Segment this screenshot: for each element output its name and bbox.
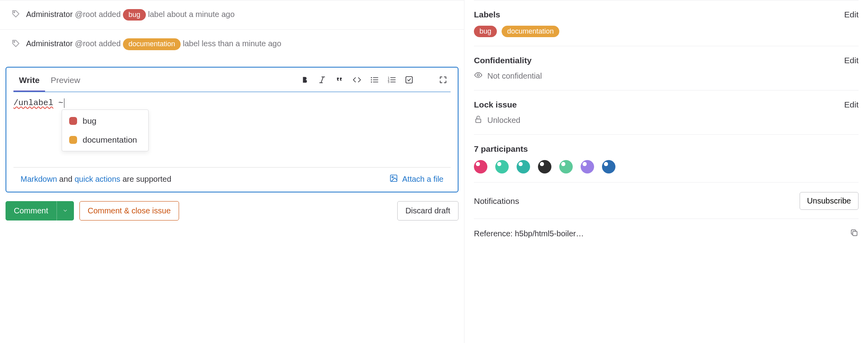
svg-point-7 [371, 81, 372, 83]
attach-file-link[interactable]: Attach a file [389, 174, 443, 185]
svg-point-6 [371, 79, 372, 81]
unsubscribe-button[interactable]: Unsubscribe [800, 192, 859, 210]
sidebar-confidentiality-block: Confidentiality Edit Not confidential [474, 46, 859, 90]
svg-point-1 [14, 41, 15, 42]
svg-point-19 [392, 176, 394, 178]
markdown-link[interactable]: Markdown [21, 175, 57, 183]
activity-verb: added [99, 39, 121, 48]
autocomplete-item-bug[interactable]: bug [62, 111, 148, 130]
editor-toolbar: 123 [300, 75, 451, 87]
participant-avatar[interactable] [581, 160, 594, 173]
typed-trigger: ~ [58, 98, 63, 107]
activity-verb: added [99, 10, 121, 19]
svg-point-20 [477, 74, 479, 77]
sidebar-title: Notifications [474, 196, 519, 206]
unlock-icon [474, 115, 483, 126]
bold-icon[interactable] [300, 75, 309, 84]
activity-row: Administrator @root added documentation … [0, 29, 464, 58]
fullscreen-icon[interactable] [439, 75, 447, 84]
image-icon [389, 174, 398, 185]
participant-avatar[interactable] [495, 160, 509, 173]
label-swatch [69, 136, 77, 144]
editor-textarea[interactable]: /unlabel ~ bug documentation [6, 92, 458, 167]
svg-rect-17 [406, 77, 413, 83]
sidebar-lock-block: Lock issue Edit Unlocked [474, 90, 859, 135]
sidebar-labels-block: Labels Edit bug documentation [474, 0, 859, 46]
tag-icon [11, 9, 21, 21]
eye-icon [474, 71, 483, 81]
sidebar-notifications-block: Notifications Unsubscribe [474, 183, 859, 219]
code-icon[interactable] [353, 75, 361, 84]
svg-rect-21 [476, 119, 481, 122]
quote-icon[interactable] [335, 75, 344, 84]
autocomplete-label: bug [83, 116, 96, 126]
actor-name[interactable]: Administrator [26, 10, 73, 19]
copy-icon[interactable] [850, 228, 859, 239]
participant-avatar[interactable] [538, 160, 551, 173]
edit-labels-link[interactable]: Edit [844, 10, 859, 19]
activity-time: label less than a minute ago [183, 39, 281, 48]
issue-sidebar: Labels Edit bug documentation Confidenti… [464, 0, 868, 343]
sidebar-title: 7 participants [474, 144, 528, 154]
svg-line-2 [321, 77, 323, 83]
lock-value: Unlocked [487, 116, 520, 125]
actor-handle[interactable]: @root [75, 39, 96, 48]
actor-handle[interactable]: @root [75, 10, 96, 19]
numbered-list-icon[interactable]: 123 [387, 75, 396, 84]
autocomplete-label: documentation [83, 135, 137, 145]
italic-icon[interactable] [318, 75, 326, 84]
autocomplete-dropdown: bug documentation [62, 109, 149, 151]
sidebar-title: Confidentiality [474, 56, 532, 65]
label-chip-documentation[interactable]: documentation [502, 26, 559, 37]
svg-point-0 [14, 12, 15, 13]
reference-text: Reference: h5bp/html5-boiler… [474, 229, 584, 238]
activity-time: label about a minute ago [148, 10, 235, 19]
sidebar-reference-block: Reference: h5bp/html5-boiler… [474, 219, 859, 248]
edit-confidentiality-link[interactable]: Edit [844, 56, 859, 65]
footer-text: are supported [120, 175, 171, 183]
sidebar-participants-block: 7 participants [474, 135, 859, 183]
comment-close-button[interactable]: Comment & close issue [79, 201, 179, 220]
participant-avatar[interactable] [474, 160, 487, 173]
svg-text:3: 3 [388, 81, 389, 84]
attach-file-label: Attach a file [402, 175, 443, 184]
sidebar-title: Lock issue [474, 100, 517, 109]
quick-actions-link[interactable]: quick actions [75, 175, 121, 183]
tab-preview[interactable]: Preview [45, 72, 86, 92]
svg-rect-22 [853, 232, 857, 236]
label-chip-documentation[interactable]: documentation [123, 38, 181, 50]
chevron-down-icon [62, 208, 68, 213]
participant-avatar[interactable] [602, 160, 615, 173]
task-list-icon[interactable] [405, 75, 413, 84]
confidentiality-value: Not confidential [487, 72, 542, 81]
autocomplete-item-documentation[interactable]: documentation [62, 130, 148, 149]
discard-draft-button[interactable]: Discard draft [397, 201, 459, 220]
activity-row: Administrator @root added bug label abou… [0, 0, 464, 29]
footer-text: and [57, 175, 74, 183]
label-chip-bug[interactable]: bug [123, 9, 146, 21]
edit-lock-link[interactable]: Edit [844, 100, 859, 109]
action-bar: Comment Comment & close issue Discard dr… [0, 192, 464, 229]
typed-command: /unlabel [13, 98, 53, 107]
svg-point-5 [371, 77, 372, 78]
comment-button[interactable]: Comment [6, 201, 57, 220]
bullet-list-icon[interactable] [370, 75, 379, 84]
tag-icon [11, 39, 21, 50]
participant-avatar[interactable] [517, 160, 530, 173]
comment-editor: Write Preview 123 /unlabel ~ [6, 67, 459, 192]
comment-dropdown-button[interactable] [57, 201, 74, 220]
label-chip-bug[interactable]: bug [474, 26, 497, 37]
editor-footer: Markdown and quick actions are supported… [13, 167, 451, 192]
editor-tabs: Write Preview 123 [6, 68, 458, 92]
tab-write[interactable]: Write [13, 72, 45, 92]
svg-rect-18 [391, 175, 397, 182]
actor-name[interactable]: Administrator [26, 39, 73, 48]
label-swatch [69, 117, 77, 125]
text-caret [64, 98, 64, 108]
participant-avatar[interactable] [559, 160, 573, 173]
sidebar-title: Labels [474, 10, 500, 19]
